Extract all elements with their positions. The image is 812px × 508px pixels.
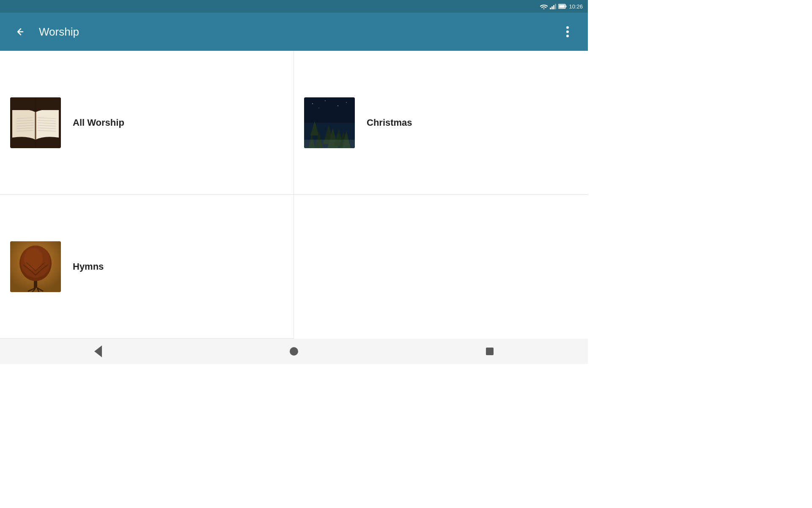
hymns-thumbnail [10,241,61,292]
svg-point-34 [337,105,338,106]
svg-point-3 [566,26,569,29]
wifi-icon [540,3,548,9]
svg-point-4 [566,30,569,33]
list-item[interactable]: All Worship [0,51,294,195]
signal-icon [550,3,556,9]
app-bar: Worship [0,13,588,51]
list-item[interactable]: Hymns [0,195,294,339]
all-worship-thumbnail [10,97,61,148]
status-time: 10:26 [569,3,583,10]
nav-back-button[interactable] [88,341,109,362]
all-worship-label: All Worship [73,117,124,128]
status-bar: 10:26 [0,0,588,13]
svg-point-32 [312,103,313,104]
nav-recent-button[interactable] [479,341,500,362]
nav-home-button[interactable] [283,341,304,362]
christmas-thumbnail [304,97,355,148]
svg-rect-31 [304,140,355,148]
svg-point-33 [325,100,326,101]
overflow-menu-button[interactable] [557,22,578,42]
svg-point-35 [346,102,347,103]
battery-icon [558,4,567,9]
list-item[interactable]: Christmas [294,51,588,195]
svg-rect-20 [10,97,61,110]
status-icons: 10:26 [540,3,583,10]
svg-point-5 [566,35,569,37]
back-button[interactable] [10,22,30,42]
hymns-label: Hymns [73,261,104,272]
category-grid: All Worship [0,51,588,339]
page-title: Worship [39,25,549,39]
svg-rect-1 [566,6,567,7]
svg-rect-2 [559,5,565,8]
navigation-bar [0,339,588,364]
svg-point-36 [318,108,319,108]
empty-cell [294,195,588,339]
christmas-label: Christmas [367,117,412,128]
